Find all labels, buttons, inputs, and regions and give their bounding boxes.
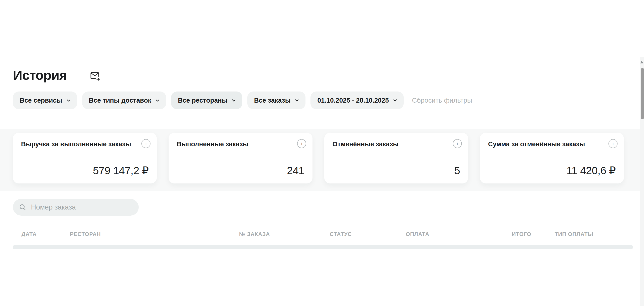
filter-label: Все заказы: [254, 97, 291, 104]
chevron-down-icon: [231, 98, 236, 103]
envelope-send-icon: [90, 71, 100, 81]
filter-label: Все рестораны: [178, 97, 228, 104]
stat-card-revenue: Выручка за выполненные заказы i 579 147,…: [13, 133, 157, 183]
chevron-down-icon: [294, 98, 300, 103]
stat-card-value: 579 147,2 ₽: [93, 164, 149, 177]
stat-card-value: 5: [454, 164, 460, 177]
stat-card-label: Выполненные заказы: [177, 140, 292, 148]
stat-card-label: Сумма за отменённые заказы: [488, 140, 604, 148]
table-header-divider-bar: [13, 245, 633, 249]
stat-card-label: Выручка за выполненные заказы: [21, 140, 136, 148]
stat-card-completed-orders: Выполненные заказы i 241: [168, 133, 312, 183]
stat-card-cancelled-sum: Сумма за отменённые заказы i 11 420,6 ₽: [480, 133, 624, 183]
stat-card-cancelled-orders: Отменённые заказы i 5: [324, 133, 468, 183]
date-range-label: 01.10.2025 - 28.10.2025: [317, 97, 389, 104]
filter-orders-dropdown[interactable]: Все заказы: [247, 92, 306, 109]
info-icon[interactable]: i: [142, 139, 150, 148]
stats-cards-row: Выручка за выполненные заказы i 579 147,…: [13, 133, 624, 183]
filter-restaurants-dropdown[interactable]: Все рестораны: [171, 92, 242, 109]
stat-card-label: Отменённые заказы: [332, 140, 448, 148]
page-title: История: [13, 67, 67, 83]
search-icon: [19, 203, 26, 211]
info-icon[interactable]: i: [608, 139, 618, 148]
table-header-row: ДАТА РЕСТОРАН № ЗАКАЗА СТАТУС ОПЛАТА ИТО…: [22, 230, 633, 238]
chevron-down-icon: [392, 98, 398, 103]
reset-filters-link[interactable]: Сбросить фильтры: [412, 97, 472, 104]
scroll-up-arrow-icon[interactable]: [640, 61, 643, 63]
column-header-status: СТАТУС: [330, 231, 406, 237]
stat-card-value: 241: [287, 164, 304, 177]
filter-delivery-types-dropdown[interactable]: Все типы доставок: [82, 92, 166, 109]
history-page: История Все сервисы Все типы доставок: [0, 0, 644, 306]
column-header-total: ИТОГО: [475, 231, 531, 237]
order-search-field[interactable]: [13, 199, 139, 216]
column-header-restaurant: РЕСТОРАН: [70, 231, 226, 237]
filter-date-range-dropdown[interactable]: 01.10.2025 - 28.10.2025: [310, 92, 404, 109]
search-input[interactable]: [30, 203, 133, 212]
filter-label: Все типы доставок: [89, 97, 152, 104]
export-report-button[interactable]: [89, 71, 100, 81]
filter-label: Все сервисы: [20, 97, 62, 104]
filters-row: Все сервисы Все типы доставок Все рестор…: [13, 92, 472, 109]
column-header-date: ДАТА: [22, 231, 70, 237]
scrollbar-thumb[interactable]: [641, 68, 644, 119]
chevron-down-icon: [155, 98, 160, 103]
info-icon[interactable]: i: [297, 139, 306, 148]
column-header-payment: ОПЛАТА: [406, 231, 475, 237]
filter-services-dropdown[interactable]: Все сервисы: [13, 92, 77, 109]
info-icon[interactable]: i: [453, 139, 462, 148]
column-header-order-number: № ЗАКАЗА: [226, 231, 270, 237]
chevron-down-icon: [66, 98, 71, 103]
section-divider: [0, 129, 640, 129]
stat-card-value: 11 420,6 ₽: [566, 164, 616, 177]
column-header-payment-type: ТИП ОПЛАТЫ: [554, 231, 593, 237]
